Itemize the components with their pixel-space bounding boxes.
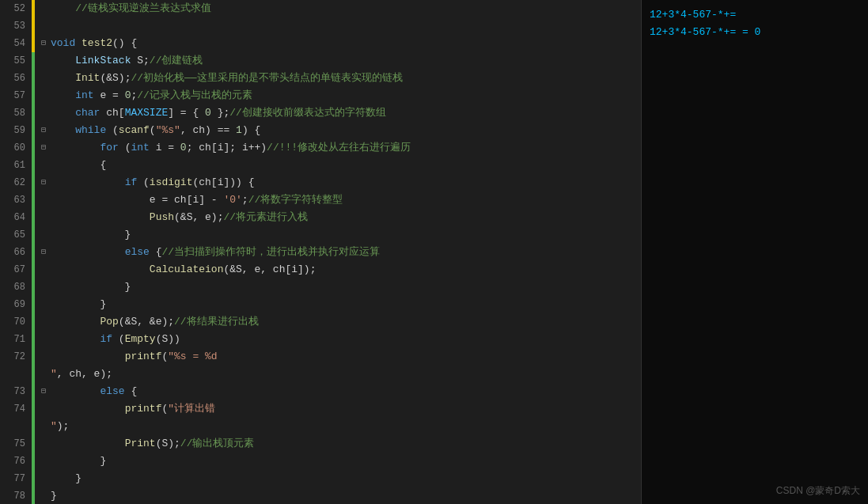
gutter bbox=[32, 52, 47, 70]
fold-icon[interactable]: ⊟ bbox=[41, 174, 46, 191]
code-line: 77 } bbox=[0, 470, 641, 487]
code-line: 61 { bbox=[0, 157, 641, 174]
code-container: 52 //链栈实现逆波兰表达式求值5354⊟void test2() {55 L… bbox=[0, 0, 641, 504]
gutter-bar bbox=[32, 139, 35, 157]
code-content: } bbox=[47, 470, 641, 487]
code-line: 59⊟ while (scanf("%s", ch) == 1) { bbox=[0, 122, 641, 139]
code-content: Pop(&S, &e);//将结果进行出栈 bbox=[47, 313, 641, 331]
output-panel: 12+3*4-567-*+=12+3*4-567-*+= = 0 CSDN @蒙… bbox=[641, 0, 868, 504]
gutter: ⊟ bbox=[32, 174, 47, 191]
line-number: 58 bbox=[0, 104, 32, 122]
code-line: 74 printf("计算出错 "); bbox=[0, 400, 641, 435]
line-number: 71 bbox=[0, 331, 32, 348]
gutter: ⊟ bbox=[32, 244, 47, 261]
output-line: 12+3*4-567-*+= bbox=[650, 6, 860, 24]
fold-icon[interactable]: ⊟ bbox=[41, 35, 46, 52]
code-content: } bbox=[47, 487, 641, 504]
gutter bbox=[32, 348, 47, 383]
gutter: ⊟ bbox=[32, 383, 47, 400]
gutter-bar bbox=[32, 261, 35, 279]
code-line: 57 int e = 0;//记录入栈与出栈的元素 bbox=[0, 87, 641, 104]
gutter-bar bbox=[32, 313, 35, 331]
code-content: while (scanf("%s", ch) == 1) { bbox=[47, 122, 641, 139]
code-content: else {//当扫描到操作符时，进行出栈并执行对应运算 bbox=[47, 244, 641, 261]
code-line: 53 bbox=[0, 17, 641, 35]
gutter-bar bbox=[32, 400, 35, 435]
gutter-bar bbox=[32, 348, 35, 383]
gutter bbox=[32, 435, 47, 453]
code-content: { bbox=[47, 157, 641, 174]
gutter-bar bbox=[32, 331, 35, 348]
output-line: 12+3*4-567-*+= = 0 bbox=[650, 24, 860, 41]
gutter-bar bbox=[32, 104, 35, 122]
code-line: 56 Init(&S);//初始化栈——这里采用的是不带头结点的单链表实现的链栈 bbox=[0, 70, 641, 87]
gutter-bar bbox=[32, 383, 35, 400]
line-number: 73 bbox=[0, 383, 32, 400]
gutter-bar bbox=[32, 17, 35, 35]
code-content: } bbox=[47, 226, 641, 244]
code-content: e = ch[i] - '0';//将数字字符转整型 bbox=[47, 191, 641, 209]
line-number: 64 bbox=[0, 209, 32, 226]
fold-icon[interactable]: ⊟ bbox=[41, 139, 46, 157]
gutter-bar bbox=[32, 244, 35, 261]
gutter-bar bbox=[32, 122, 35, 139]
gutter bbox=[32, 453, 47, 470]
code-content: else { bbox=[47, 383, 641, 400]
gutter bbox=[32, 157, 47, 174]
gutter bbox=[32, 261, 47, 279]
code-line: 68 } bbox=[0, 279, 641, 296]
gutter bbox=[32, 226, 47, 244]
gutter-bar bbox=[32, 470, 35, 487]
line-number: 54 bbox=[0, 35, 32, 52]
fold-icon[interactable]: ⊟ bbox=[41, 383, 46, 400]
code-content: } bbox=[47, 453, 641, 470]
gutter: ⊟ bbox=[32, 35, 47, 52]
code-line: 65 } bbox=[0, 226, 641, 244]
gutter-bar bbox=[32, 191, 35, 209]
fold-icon[interactable]: ⊟ bbox=[41, 122, 46, 139]
line-number: 57 bbox=[0, 87, 32, 104]
gutter-bar bbox=[32, 279, 35, 296]
fold-icon[interactable]: ⊟ bbox=[41, 244, 46, 261]
code-content bbox=[47, 17, 641, 35]
line-number: 53 bbox=[0, 17, 32, 35]
code-line: 72 printf("%s = %d ", ch, e); bbox=[0, 348, 641, 383]
gutter bbox=[32, 279, 47, 296]
code-content: int e = 0;//记录入栈与出栈的元素 bbox=[47, 87, 641, 104]
gutter bbox=[32, 87, 47, 104]
code-line: 71 if (Empty(S)) bbox=[0, 331, 641, 348]
gutter-bar bbox=[32, 435, 35, 453]
gutter-bar bbox=[32, 209, 35, 226]
watermark: CSDN @蒙奇D索大 bbox=[776, 484, 860, 498]
code-line: 55 LinkStack S;//创建链栈 bbox=[0, 52, 641, 70]
code-content: char ch[MAXSIZE] = { 0 };//创建接收前缀表达式的字符数… bbox=[47, 104, 641, 122]
line-number: 65 bbox=[0, 226, 32, 244]
line-number: 66 bbox=[0, 244, 32, 261]
code-content: Push(&S, e);//将元素进行入栈 bbox=[47, 209, 641, 226]
gutter bbox=[32, 313, 47, 331]
gutter bbox=[32, 487, 47, 504]
gutter bbox=[32, 209, 47, 226]
code-content: for (int i = 0; ch[i]; i++)//!!!修改处从左往右进… bbox=[47, 139, 641, 157]
code-content: Init(&S);//初始化栈——这里采用的是不带头结点的单链表实现的链栈 bbox=[47, 70, 641, 87]
gutter-bar bbox=[32, 174, 35, 191]
code-content: if (Empty(S)) bbox=[47, 331, 641, 348]
line-number: 69 bbox=[0, 296, 32, 313]
line-number: 68 bbox=[0, 279, 32, 296]
gutter-bar bbox=[32, 35, 35, 52]
code-line: 69 } bbox=[0, 296, 641, 313]
code-content: Print(S);//输出栈顶元素 bbox=[47, 435, 641, 453]
line-number: 60 bbox=[0, 139, 32, 157]
gutter-bar bbox=[32, 296, 35, 313]
code-content: } bbox=[47, 279, 641, 296]
gutter bbox=[32, 296, 47, 313]
code-line: 52 //链栈实现逆波兰表达式求值 bbox=[0, 0, 641, 17]
gutter bbox=[32, 331, 47, 348]
gutter-bar bbox=[32, 52, 35, 70]
code-line: 66⊟ else {//当扫描到操作符时，进行出栈并执行对应运算 bbox=[0, 244, 641, 261]
line-number: 78 bbox=[0, 487, 32, 504]
gutter bbox=[32, 70, 47, 87]
line-number: 62 bbox=[0, 174, 32, 191]
code-line: 58 char ch[MAXSIZE] = { 0 };//创建接收前缀表达式的… bbox=[0, 104, 641, 122]
gutter bbox=[32, 470, 47, 487]
